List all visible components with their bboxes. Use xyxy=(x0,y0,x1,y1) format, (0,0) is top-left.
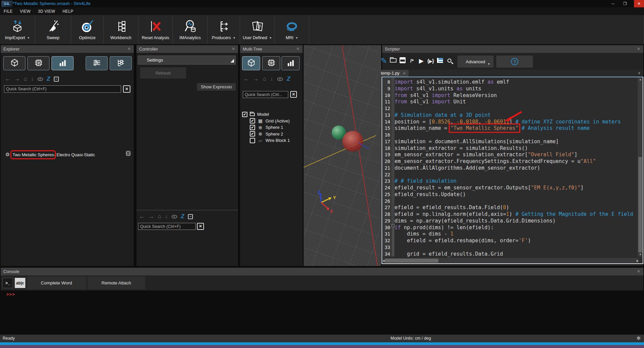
scroll-left-icon[interactable]: ◀ xyxy=(383,259,385,262)
console-output[interactable]: >>> xyxy=(1,290,643,335)
show-expression-button[interactable]: Show Expressio xyxy=(197,83,236,91)
down-icon[interactable]: ↓ xyxy=(165,213,168,220)
tab-temp-1[interactable]: temp-1.py✕ xyxy=(378,70,409,77)
back-icon[interactable]: ← xyxy=(5,76,11,82)
tree-item-wire-block-1[interactable]: ▱Wire Block 1 xyxy=(250,137,290,144)
zoom-extents-icon[interactable]: Z xyxy=(181,213,184,220)
viewport-3d[interactable]: Z Y X xyxy=(304,45,381,266)
toolbar-group-workbench[interactable]: Workbench xyxy=(104,15,138,44)
explorer-search-clear-icon[interactable]: ✕ xyxy=(123,85,130,93)
comment-button[interactable]: /* xyxy=(407,55,417,67)
complete-word-button[interactable]: Complete Word xyxy=(27,276,86,289)
back-icon[interactable]: ← xyxy=(139,213,145,220)
console-close-icon[interactable]: ✕ xyxy=(636,268,641,275)
dropdown-caret-icon[interactable]: ▼ xyxy=(27,36,30,39)
multi-tree-close-icon[interactable]: ✕ xyxy=(295,45,301,53)
vertical-scroll-thumb[interactable] xyxy=(638,157,642,252)
down-icon[interactable]: ↓ xyxy=(31,76,34,82)
visibility-icon[interactable] xyxy=(37,77,43,81)
toolbar-group-producers[interactable]: Producers▼ xyxy=(208,15,240,44)
toolbar-group-optimize[interactable]: Optimize xyxy=(71,15,104,44)
auto-complete-icon[interactable]: ab|c xyxy=(15,278,25,288)
home-icon[interactable]: ⌂ xyxy=(24,76,27,82)
toolbar-group-imanalytics[interactable]: IMAnalytics xyxy=(173,15,208,44)
run-selection-button[interactable]: {▶} xyxy=(426,55,436,67)
advanced-dropdown[interactable]: Advanced ▼ xyxy=(457,56,494,68)
menu-item-help[interactable]: HELP xyxy=(59,9,77,14)
tab-list-caret-icon[interactable]: ▼ xyxy=(638,72,641,75)
view-button-simulation-view[interactable] xyxy=(27,56,49,70)
new-script-button[interactable]: ✎ xyxy=(379,55,389,67)
scroll-right-icon[interactable]: ▶ xyxy=(637,259,639,262)
run-button[interactable]: ▶ xyxy=(416,55,426,67)
dropdown-caret-icon[interactable]: ▼ xyxy=(233,36,236,39)
dropdown-caret-icon[interactable]: ▼ xyxy=(296,36,298,39)
menu-item-3d-view[interactable]: 3D VIEW xyxy=(34,9,59,14)
controller-close-icon[interactable]: ✕ xyxy=(231,45,236,53)
toolbar-group-reset-analysis[interactable]: Reset Analysis xyxy=(138,15,173,44)
menu-item-view[interactable]: VIEW xyxy=(16,9,34,14)
view-button-analysis-view[interactable] xyxy=(282,56,300,70)
forward-icon[interactable]: → xyxy=(148,213,154,220)
controller-search-clear-icon[interactable]: ✕ xyxy=(197,223,204,230)
scripter-close-icon[interactable]: ✕ xyxy=(636,45,641,53)
checkbox[interactable] xyxy=(250,138,255,143)
toolbar-group-mri[interactable]: MRI▼ xyxy=(275,15,309,44)
checkbox[interactable]: ✔ xyxy=(250,125,255,130)
down-icon[interactable]: ↓ xyxy=(270,76,273,82)
tab-close-icon[interactable]: ✕ xyxy=(403,71,406,75)
forward-icon[interactable]: → xyxy=(14,76,20,82)
collapse-icon[interactable]: − xyxy=(54,77,59,82)
zoom-extents-icon[interactable]: Z xyxy=(47,76,50,82)
minimize-button[interactable]: ─ xyxy=(608,0,618,7)
vertical-scrollbar[interactable]: ▲ ▼ xyxy=(638,77,643,257)
view-button-settings-filter[interactable] xyxy=(86,56,108,70)
simulation-tree-item[interactable]: ⚙ Two Metallic Spheres - Electro Quasi-S… xyxy=(5,150,95,159)
horizontal-scroll-thumb[interactable] xyxy=(385,259,438,263)
scroll-up-icon[interactable]: ▲ xyxy=(639,78,642,81)
view-button-model-view[interactable] xyxy=(3,56,25,70)
toolbar-group-sweep[interactable]: Sweep xyxy=(35,15,71,44)
interactive-console-icon[interactable]: >_ xyxy=(2,278,13,288)
search-button[interactable] xyxy=(444,55,454,67)
forward-icon[interactable]: → xyxy=(253,76,259,82)
code-editor[interactable]: 8910111213141516171819202122232425262728… xyxy=(382,77,643,264)
checkbox[interactable]: ✔ xyxy=(250,131,255,137)
tree-item-sphere-2[interactable]: ✔⊕Sphere 2 xyxy=(250,131,283,137)
scroll-down-icon[interactable]: ▼ xyxy=(639,253,642,256)
controller-search-input[interactable] xyxy=(138,223,196,230)
back-icon[interactable]: ← xyxy=(243,76,249,82)
home-icon[interactable]: ⌂ xyxy=(263,76,266,82)
help-button[interactable]: ? xyxy=(496,56,533,68)
horizontal-scrollbar[interactable]: ◀ ▶ xyxy=(382,258,639,263)
explorer-search-input[interactable] xyxy=(4,85,121,93)
restore-button[interactable]: ❐ xyxy=(620,0,630,7)
settings-section-header[interactable]: Settings xyxy=(138,56,236,65)
tree-item-grid-active-[interactable]: ✔▦Grid (Active) xyxy=(250,118,290,124)
visibility-icon[interactable] xyxy=(277,77,283,81)
toolbar-group-import-export[interactable]: Imp/Export▼ xyxy=(0,15,35,44)
visibility-icon[interactable] xyxy=(172,215,177,219)
dropdown-caret-icon[interactable]: ▼ xyxy=(269,36,272,39)
view-button-simulation-view[interactable] xyxy=(262,56,280,70)
refresh-button[interactable]: Refresh xyxy=(140,67,187,79)
close-button[interactable]: ✕ xyxy=(634,0,644,7)
menu-item-file[interactable]: FILE xyxy=(0,9,16,14)
checkbox[interactable]: ✔ xyxy=(250,118,255,123)
fold-marker-icon[interactable]: − xyxy=(392,224,395,227)
results-database-icon[interactable] xyxy=(126,151,130,156)
explorer-close-icon[interactable]: ✕ xyxy=(126,45,132,53)
multi-tree-search-input[interactable] xyxy=(243,91,288,98)
home-icon[interactable]: ⌂ xyxy=(158,213,161,220)
checkbox[interactable]: ✔ xyxy=(242,112,247,117)
tree-item-model[interactable]: ✔Model xyxy=(242,111,269,117)
console-output-button[interactable] xyxy=(435,55,445,67)
toolbar-group-user-defined[interactable]: User Defined▼ xyxy=(240,15,275,44)
save-script-button[interactable] xyxy=(398,55,408,67)
collapse-icon[interactable]: − xyxy=(188,214,193,219)
view-button-analysis-view[interactable] xyxy=(51,56,74,70)
tree-item-sphere-1[interactable]: ✔⊕Sphere 1 xyxy=(250,124,283,130)
zoom-extents-icon[interactable]: Z xyxy=(287,76,290,82)
view-button-tree-layout[interactable] xyxy=(110,56,132,70)
open-script-button[interactable] xyxy=(388,55,398,67)
